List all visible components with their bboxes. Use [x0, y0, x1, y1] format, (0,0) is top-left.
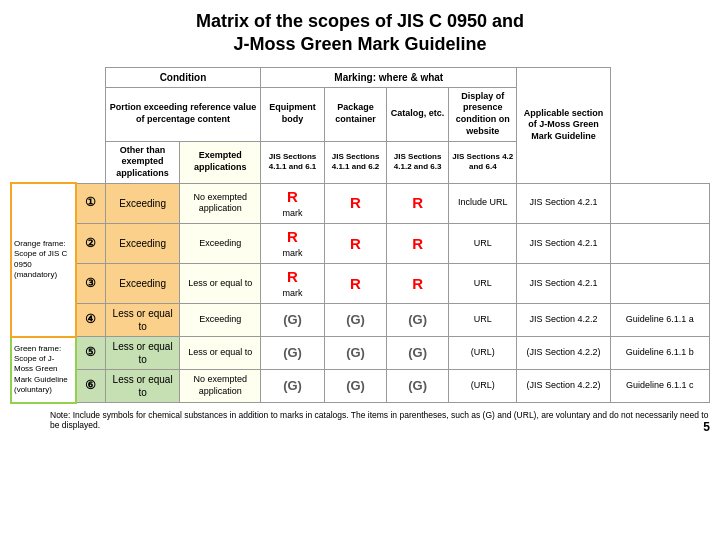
condition-2: Less or equal to [180, 337, 261, 370]
row-number: ② [76, 223, 106, 263]
condition-2: Exceeding [180, 223, 261, 263]
package-mark: (G) [325, 370, 387, 403]
package-mark: R [325, 183, 387, 223]
equipment-body-header: Equipment body [261, 87, 325, 141]
table-row: ②ExceedingExceedingRmarkRRURLJIS Section… [11, 223, 710, 263]
package-mark: (G) [325, 304, 387, 337]
exempted-header: Exempted applications [180, 141, 261, 183]
condition-1: Exceeding [105, 183, 180, 223]
display-value: URL [449, 304, 517, 337]
page-number: 5 [703, 420, 710, 434]
page-title: Matrix of the scopes of JIS C 0950 and J… [10, 10, 710, 57]
catalog-mark: R [387, 183, 449, 223]
condition-header: Condition [105, 67, 260, 87]
applicable-value: Guideline 6.1.1 a [610, 304, 709, 337]
display-header: Display of presence condition on website [449, 87, 517, 141]
note-text: Note: Include symbols for chemical subst… [50, 410, 708, 430]
jis-package-header: JIS Sections 4.1.1 and 6.2 [325, 141, 387, 183]
catalog-mark: R [387, 223, 449, 263]
condition-1: Exceeding [105, 263, 180, 303]
catalog-mark: (G) [387, 337, 449, 370]
condition-2: No exempted application [180, 183, 261, 223]
catalog-mark: R [387, 263, 449, 303]
applicable-value [610, 183, 709, 223]
applicable-value: Guideline 6.1.1 c [610, 370, 709, 403]
row-number: ⑥ [76, 370, 106, 403]
section-value: JIS Section 4.2.1 [517, 183, 610, 223]
section-value: JIS Section 4.2.2 [517, 304, 610, 337]
equipment-mark: (G) [261, 370, 325, 403]
orange-frame-label: Orange frame: Scope of JIS C 0950 (manda… [11, 183, 76, 337]
condition-2: Less or equal to [180, 263, 261, 303]
table-row: ④Less or equal toExceeding(G)(G)(G)URLJI… [11, 304, 710, 337]
table-row: ⑥Less or equal toNo exempted application… [11, 370, 710, 403]
row-number: ④ [76, 304, 106, 337]
condition-1: Less or equal to [105, 370, 180, 403]
applicable-value [610, 263, 709, 303]
package-mark: R [325, 223, 387, 263]
package-container-header: Package container [325, 87, 387, 141]
catalog-mark: (G) [387, 304, 449, 337]
note-section: Note: Include symbols for chemical subst… [10, 410, 710, 430]
green-frame-label: Green frame: Scope of J-Moss Green Mark … [11, 337, 76, 403]
display-value: URL [449, 263, 517, 303]
scope-matrix-table: Condition Marking: where & what Applicab… [10, 67, 710, 404]
section-value: JIS Section 4.2.1 [517, 263, 610, 303]
display-value: URL [449, 223, 517, 263]
row-number: ③ [76, 263, 106, 303]
catalog-header: Catalog, etc. [387, 87, 449, 141]
applicable-value: Guideline 6.1.1 b [610, 337, 709, 370]
condition-1: Exceeding [105, 223, 180, 263]
equipment-mark: Rmark [261, 183, 325, 223]
jis-catalog-header: JIS Sections 4.1.2 and 6.3 [387, 141, 449, 183]
display-value: (URL) [449, 370, 517, 403]
display-value: Include URL [449, 183, 517, 223]
row-number: ① [76, 183, 106, 223]
equipment-mark: Rmark [261, 263, 325, 303]
equipment-mark: Rmark [261, 223, 325, 263]
other-than-header: Other than exempted applications [105, 141, 180, 183]
section-value: JIS Section 4.2.1 [517, 223, 610, 263]
row-number: ⑤ [76, 337, 106, 370]
section-value: (JIS Section 4.2.2) [517, 337, 610, 370]
package-mark: (G) [325, 337, 387, 370]
portion-exceeding-header: Portion exceeding reference value of per… [105, 87, 260, 141]
marking-header: Marking: where & what [261, 67, 517, 87]
condition-2: Exceeding [180, 304, 261, 337]
condition-1: Less or equal to [105, 337, 180, 370]
jis-equip-header: JIS Sections 4.1.1 and 6.1 [261, 141, 325, 183]
package-mark: R [325, 263, 387, 303]
equipment-mark: (G) [261, 304, 325, 337]
main-table-wrap: Condition Marking: where & what Applicab… [10, 67, 710, 404]
condition-1: Less or equal to [105, 304, 180, 337]
equipment-mark: (G) [261, 337, 325, 370]
condition-2: No exempted application [180, 370, 261, 403]
catalog-mark: (G) [387, 370, 449, 403]
jis-display-header: JIS Sections 4.2 and 6.4 [449, 141, 517, 183]
table-row: ③ExceedingLess or equal toRmarkRRURLJIS … [11, 263, 710, 303]
applicable-value [610, 223, 709, 263]
section-value: (JIS Section 4.2.2) [517, 370, 610, 403]
applicable-header: Applicable section of J-Moss Green Mark … [517, 67, 610, 183]
table-row: Orange frame: Scope of JIS C 0950 (manda… [11, 183, 710, 223]
display-value: (URL) [449, 337, 517, 370]
table-row: Green frame: Scope of J-Moss Green Mark … [11, 337, 710, 370]
